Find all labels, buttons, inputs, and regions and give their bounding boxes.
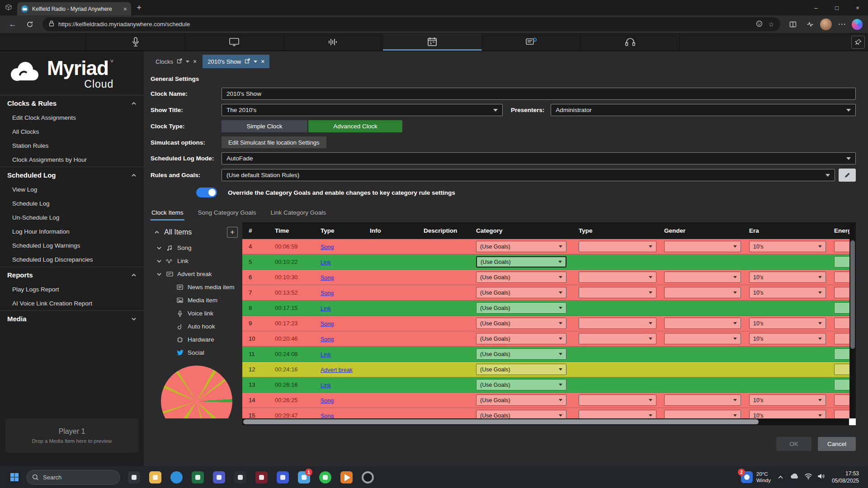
sidebar-section-header[interactable]: Reports [0, 267, 144, 282]
sidebar-item[interactable]: Scheduled Log Discrepancies [0, 253, 144, 267]
grid-dropdown[interactable]: (Use Goals) [476, 394, 566, 406]
sidebar-item[interactable]: Station Rules [0, 139, 144, 153]
grid-dropdown[interactable] [664, 272, 741, 283]
tree-item[interactable]: Hardware [151, 333, 242, 346]
table-row[interactable]: 1100:24:08Link(Use Goals) [242, 347, 856, 362]
sidebar-item[interactable]: View Log [0, 183, 144, 197]
page-actions-icon[interactable] [756, 20, 763, 28]
sidebar-item[interactable]: Play Logs Report [0, 282, 144, 296]
grid-dropdown[interactable] [579, 272, 656, 283]
tab-close-icon[interactable]: × [261, 58, 264, 65]
wifi-icon[interactable] [804, 473, 812, 481]
sidebar-item[interactable]: All Clocks [0, 125, 144, 139]
weather-widget[interactable]: 2 20°C Windy [741, 471, 771, 484]
cancel-button[interactable]: Cancel [818, 437, 856, 451]
tree-item[interactable]: Media item [151, 294, 242, 307]
copilot-icon[interactable] [852, 19, 863, 30]
sidebar-item[interactable]: Clock Assignments by Hour [0, 153, 144, 167]
scheduled-log-mode-select[interactable]: AutoFade [222, 152, 856, 164]
row-type-link[interactable]: Link [321, 352, 331, 358]
toolbar-tab-levels[interactable] [284, 33, 383, 51]
row-type-link[interactable]: Song [321, 336, 334, 343]
table-row[interactable]: 1000:20:46Song(Use Goals)10's [242, 331, 856, 347]
sidebar-item[interactable]: Schedule Log [0, 197, 144, 211]
tray-chevron-up-icon[interactable] [778, 473, 783, 481]
file-explorer-icon[interactable] [146, 468, 164, 486]
browser-tab[interactable]: Kelfield Radio - Myriad Anywhere × [17, 2, 131, 15]
vertical-scrollbar[interactable] [849, 222, 856, 418]
tree-item[interactable]: Link [151, 254, 242, 267]
chevron-down-icon[interactable] [156, 246, 162, 250]
console-icon[interactable] [125, 468, 143, 486]
table-row[interactable]: 1200:24:16Advert break(Use Goals) [242, 362, 856, 377]
table-row[interactable]: 900:17:23Song(Use Goals)10's [242, 316, 856, 331]
grid-dropdown[interactable]: 10's [749, 272, 826, 283]
row-type-link[interactable]: Song [321, 290, 334, 296]
settings-menu-button[interactable]: ⋯ [835, 17, 849, 32]
sidebar-section-header[interactable]: Media [0, 311, 144, 326]
start-button[interactable] [5, 468, 24, 486]
media-player-icon[interactable] [337, 468, 355, 486]
tab-link-category-goals[interactable]: Link Category Goals [270, 207, 327, 221]
horizontal-scrollbar-thumb[interactable] [243, 419, 759, 424]
grid-dropdown[interactable] [664, 333, 741, 344]
grid-dropdown[interactable] [664, 394, 741, 406]
row-type-link[interactable]: Song [321, 413, 334, 419]
show-title-select[interactable]: The 2010's [222, 104, 503, 116]
sidebar-section-header[interactable]: Clocks & Rules [0, 95, 144, 111]
grid-dropdown[interactable] [579, 287, 656, 298]
table-row[interactable]: 1500:29:47Song(Use Goals)10's [242, 408, 856, 418]
edit-rules-button[interactable] [839, 169, 856, 182]
notes-icon[interactable]: 1 [295, 468, 313, 486]
grid-dropdown[interactable] [579, 410, 656, 418]
favorite-star-icon[interactable]: ☆ [768, 21, 774, 28]
table-row[interactable]: 600:10:30Song(Use Goals)10's [242, 270, 856, 285]
row-type-link[interactable]: Link [321, 382, 331, 389]
player-dropzone[interactable]: Player 1 Drop a Media Item here to previ… [5, 418, 138, 453]
open-in-window-icon[interactable] [177, 58, 182, 65]
row-type-link[interactable]: Song [321, 244, 334, 250]
tab-close-icon[interactable]: × [123, 5, 127, 13]
chevron-down-icon[interactable] [186, 61, 189, 63]
vertical-scrollbar-thumb[interactable] [850, 240, 855, 349]
video-editor-icon[interactable] [252, 468, 270, 486]
grid-dropdown[interactable]: (Use Goals) [476, 348, 566, 360]
grid-dropdown[interactable]: 10's [749, 318, 826, 329]
tree-root-row[interactable]: All Items + [151, 227, 242, 238]
window-maximize-button[interactable]: □ [826, 0, 847, 15]
row-type-link[interactable]: Link [321, 305, 331, 312]
refresh-button[interactable] [23, 17, 37, 32]
toolbar-tab-playout-info[interactable] [482, 33, 581, 51]
grid-dropdown[interactable] [664, 410, 741, 418]
grid-dropdown[interactable]: (Use Goals) [476, 272, 566, 283]
grid-dropdown[interactable]: 10's [749, 410, 826, 418]
open-in-window-icon[interactable] [245, 58, 250, 65]
table-row[interactable]: 800:17:15Link(Use Goals) [242, 300, 856, 316]
chevron-down-icon[interactable] [254, 61, 257, 63]
teams-icon[interactable] [210, 468, 228, 486]
grid-dropdown[interactable] [664, 287, 741, 298]
grid-dropdown[interactable]: (Use Goals) [476, 256, 566, 267]
taskbar-clock[interactable]: 17:53 05/08/2025 [832, 470, 859, 484]
window-close-button[interactable]: × [847, 0, 868, 15]
back-button[interactable]: ← [5, 17, 20, 32]
tree-item[interactable]: Social [151, 346, 242, 359]
table-row[interactable]: 500:10:22Link(Use Goals) [242, 254, 856, 270]
row-type-link[interactable]: Song [321, 275, 334, 281]
grid-dropdown[interactable] [579, 333, 656, 344]
onedrive-icon[interactable] [790, 473, 799, 481]
tree-item[interactable]: Auto hook [151, 320, 242, 333]
volume-icon[interactable] [817, 473, 825, 481]
ok-button[interactable]: OK [776, 437, 811, 451]
tree-item[interactable]: News media item [151, 281, 242, 294]
grid-dropdown[interactable] [579, 241, 656, 252]
presenters-select[interactable]: Administrator [551, 104, 856, 116]
row-type-link[interactable]: Advert break [321, 367, 353, 373]
tab-clock-items[interactable]: Clock Items [151, 207, 184, 221]
grid-dropdown[interactable]: (Use Goals) [476, 241, 566, 252]
sidebar-section-header[interactable]: Scheduled Log [0, 167, 144, 183]
sidebar-item[interactable]: Un-Schedule Log [0, 211, 144, 225]
chevron-down-icon[interactable] [156, 272, 162, 276]
grid-dropdown[interactable]: (Use Goals) [476, 364, 566, 375]
toolbar-tab-display[interactable] [185, 33, 284, 51]
